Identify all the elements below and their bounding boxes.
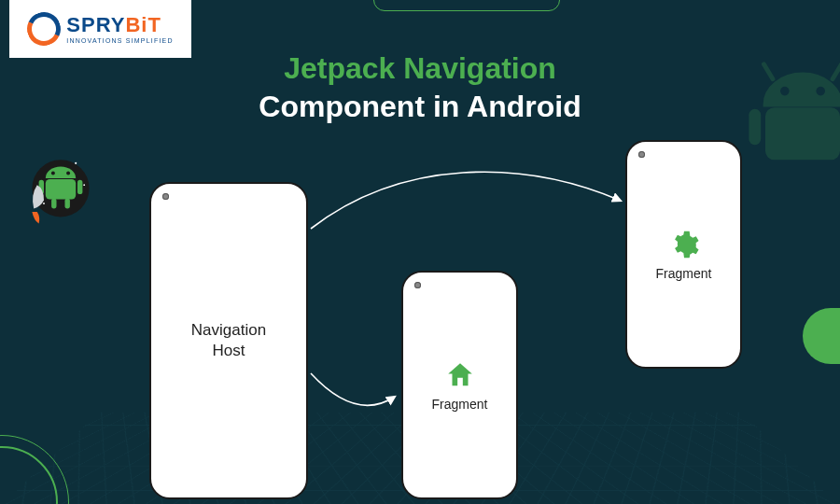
camera-dot-icon	[162, 193, 169, 200]
rocket-mascot-icon	[19, 145, 103, 229]
fragment-home-label: Fragment	[432, 397, 488, 412]
brand-logo: SPRYBiT INNOVATIONS SIMPLIFIED	[9, 0, 191, 58]
logo-swirl-icon	[22, 7, 65, 50]
green-blob-decor	[803, 308, 840, 364]
top-pill-decor	[373, 0, 560, 11]
camera-dot-icon	[638, 151, 645, 158]
logo-text-pre: SPRY	[66, 13, 125, 36]
phone-fragment-settings: Fragment	[625, 140, 742, 369]
title-line2: Component in Android	[0, 90, 840, 124]
phone-navigation-host: Navigation Host	[149, 182, 308, 499]
svg-rect-11	[51, 199, 56, 209]
gear-icon	[668, 229, 700, 260]
fragment-settings-label: Fragment	[656, 266, 712, 281]
svg-point-7	[66, 172, 70, 175]
logo-text-post: BiT	[125, 13, 161, 36]
svg-point-6	[51, 172, 55, 175]
home-icon	[444, 359, 476, 391]
svg-rect-8	[46, 179, 76, 200]
phone-fragment-home: Fragment	[401, 271, 518, 499]
svg-rect-10	[77, 180, 82, 194]
title-line1: Jetpack Navigation	[0, 51, 840, 86]
logo-tagline: INNOVATIONS SIMPLIFIED	[66, 37, 173, 44]
svg-point-14	[83, 184, 85, 186]
single-activity-caption: Singel Activity	[185, 480, 259, 494]
nav-host-label-1: Navigation	[191, 321, 266, 339]
page-title: Jetpack Navigation Component in Android	[0, 51, 840, 124]
nav-host-label-2: Host	[213, 342, 245, 359]
svg-point-15	[43, 203, 45, 204]
corner-arc-decor	[0, 446, 58, 504]
svg-point-13	[75, 162, 77, 164]
camera-dot-icon	[414, 282, 421, 288]
svg-rect-12	[65, 199, 70, 209]
